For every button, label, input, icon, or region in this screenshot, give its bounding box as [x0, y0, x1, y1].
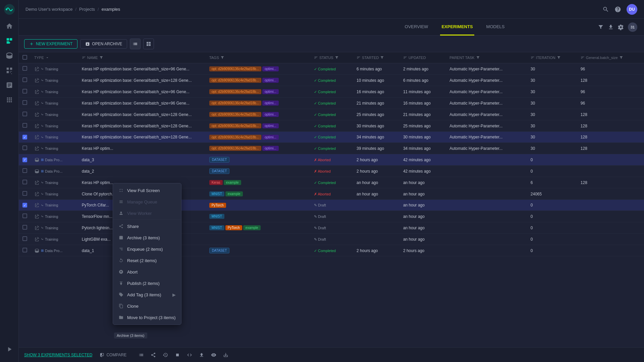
- user-initials-badge[interactable]: 31: [628, 22, 637, 32]
- ctx-archive[interactable]: Archive (3 items): [113, 232, 181, 243]
- table-row[interactable]: ⤷ Training Keras HP optim... opt: d2b909…: [19, 143, 644, 154]
- search-icon[interactable]: [602, 6, 609, 13]
- table-row[interactable]: ⤷ Training Keras HP optimization base: G…: [19, 98, 644, 109]
- open-archive-button[interactable]: OPEN ARCHIVE: [80, 39, 127, 49]
- row-checkbox[interactable]: [22, 135, 27, 139]
- ctx-move-to-project[interactable]: Move to Project (3 items): [113, 312, 181, 323]
- ctx-enqueue[interactable]: Enqueue (2 items): [113, 243, 181, 255]
- table-row[interactable]: ⤷ Training Keras HP optimization base: G…: [19, 86, 644, 98]
- table-row[interactable]: ⊞ Data Pro... data_2 DATASET ✗ Aborted 2…: [19, 166, 644, 177]
- row-checkbox[interactable]: [22, 191, 27, 196]
- row-checkbox-cell[interactable]: [19, 177, 31, 188]
- sidebar-reports[interactable]: [0, 78, 19, 93]
- row-checkbox-cell[interactable]: [19, 211, 31, 222]
- row-checkbox-cell[interactable]: [19, 132, 31, 143]
- header-type[interactable]: TYPE: [31, 52, 78, 63]
- header-checkbox-cell[interactable]: [19, 52, 31, 63]
- tab-models[interactable]: MODELS: [485, 19, 506, 36]
- row-checkbox-cell[interactable]: [19, 245, 31, 256]
- row-checkbox-cell[interactable]: [19, 188, 31, 200]
- row-checkbox[interactable]: [22, 180, 27, 184]
- header-tags[interactable]: TAGS: [206, 52, 311, 63]
- bottom-stop-icon[interactable]: [173, 350, 182, 360]
- new-experiment-button[interactable]: NEW EXPERIMENT: [24, 39, 77, 49]
- bottom-tag-icon[interactable]: [209, 350, 218, 360]
- row-checkbox[interactable]: [22, 168, 27, 173]
- row-checkbox-cell[interactable]: [19, 200, 31, 211]
- row-checkbox-cell[interactable]: [19, 234, 31, 245]
- tab-experiments[interactable]: EXPERIMENTS: [440, 19, 474, 36]
- ctx-add-tag[interactable]: Add Tag (3 items) ▶: [113, 289, 181, 300]
- select-all-checkbox[interactable]: [22, 55, 27, 60]
- breadcrumb-projects[interactable]: Projects: [79, 7, 95, 12]
- header-updated[interactable]: UPDATED: [400, 52, 446, 63]
- ctx-clone[interactable]: Clone: [113, 300, 181, 312]
- row-checkbox-cell[interactable]: [19, 63, 31, 75]
- table-row[interactable]: ⤷ Training Keras HP optimization base: G…: [19, 120, 644, 132]
- ctx-share[interactable]: Share: [113, 221, 181, 232]
- user-avatar[interactable]: DU: [627, 4, 637, 15]
- selected-experiments-info[interactable]: SHOW 3 EXPERIMENTS SELECTED: [24, 353, 92, 357]
- bottom-code-icon[interactable]: [185, 350, 194, 360]
- breadcrumb-workspace[interactable]: Demo User's workspace: [25, 7, 72, 12]
- bottom-list-icon[interactable]: [137, 350, 146, 360]
- list-view-button[interactable]: [130, 39, 141, 49]
- row-checkbox-cell[interactable]: [19, 222, 31, 234]
- grid-view-button[interactable]: [143, 39, 154, 49]
- sidebar-projects[interactable]: [0, 34, 19, 48]
- row-checkbox[interactable]: [22, 203, 27, 207]
- row-checkbox[interactable]: [22, 248, 27, 252]
- row-checkbox[interactable]: [22, 225, 27, 230]
- filter-icon[interactable]: [598, 24, 604, 30]
- sidebar-datasets[interactable]: [0, 48, 19, 63]
- row-checkbox-cell[interactable]: [19, 109, 31, 120]
- header-parent[interactable]: PARENT TASK: [446, 52, 527, 63]
- ctx-reset[interactable]: Reset (2 items): [113, 255, 181, 266]
- ctx-abort[interactable]: Abort: [113, 266, 181, 278]
- ctx-view-full-screen[interactable]: View Full Screen: [113, 185, 181, 196]
- bottom-upload-icon[interactable]: [197, 350, 206, 360]
- bottom-export-icon[interactable]: [221, 350, 230, 360]
- row-checkbox[interactable]: [22, 123, 27, 128]
- row-checkbox[interactable]: [22, 100, 27, 105]
- table-row[interactable]: ⤷ Training Keras HP optimization base: G…: [19, 63, 644, 75]
- row-checkbox-cell[interactable]: [19, 98, 31, 109]
- row-checkbox[interactable]: [22, 236, 27, 241]
- row-checkbox[interactable]: [22, 66, 27, 71]
- header-name[interactable]: NAME: [78, 52, 206, 63]
- row-checkbox[interactable]: [22, 145, 27, 150]
- sidebar-arrow[interactable]: [0, 342, 19, 357]
- settings-icon[interactable]: [618, 24, 624, 30]
- row-checkbox[interactable]: [22, 89, 27, 94]
- header-iteration[interactable]: ITERATION: [527, 52, 577, 63]
- row-parent: [446, 222, 527, 234]
- tab-overview[interactable]: OVERVIEW: [404, 19, 430, 36]
- header-status[interactable]: STATUS: [311, 52, 353, 63]
- table-row[interactable]: ⤷ Training Keras HP optimization base: G…: [19, 109, 644, 120]
- sidebar-models[interactable]: [0, 63, 19, 78]
- table-row[interactable]: ⊞ Data Pro... data_3 DATASET ✗ Aborted 2…: [19, 154, 644, 166]
- table-row[interactable]: ⤷ Training Keras HP optimization base: G…: [19, 132, 644, 143]
- row-checkbox-cell[interactable]: [19, 75, 31, 86]
- row-checkbox[interactable]: [22, 112, 27, 116]
- row-checkbox-cell[interactable]: [19, 143, 31, 154]
- sidebar-pipelines[interactable]: [0, 93, 19, 107]
- header-started[interactable]: STARTED: [353, 52, 400, 63]
- row-checkbox-cell[interactable]: [19, 86, 31, 98]
- help-icon[interactable]: [614, 6, 621, 13]
- row-checkbox[interactable]: [22, 214, 27, 218]
- header-batch-size[interactable]: General.batch_size: [577, 52, 644, 63]
- row-checkbox-cell[interactable]: [19, 120, 31, 132]
- bottom-history-icon[interactable]: [161, 350, 170, 360]
- row-checkbox-cell[interactable]: [19, 154, 31, 166]
- download-icon[interactable]: [608, 24, 614, 30]
- sidebar-home[interactable]: [0, 19, 19, 34]
- app-logo[interactable]: [0, 0, 19, 19]
- table-row[interactable]: ⤷ Training Keras HP optimization base: G…: [19, 75, 644, 86]
- compare-button[interactable]: COMPARE: [96, 351, 130, 359]
- ctx-publish[interactable]: Publish (2 items): [113, 278, 181, 289]
- row-checkbox-cell[interactable]: [19, 166, 31, 177]
- row-checkbox[interactable]: [22, 77, 27, 82]
- row-checkbox[interactable]: [22, 158, 27, 162]
- bottom-share-icon[interactable]: [149, 350, 158, 360]
